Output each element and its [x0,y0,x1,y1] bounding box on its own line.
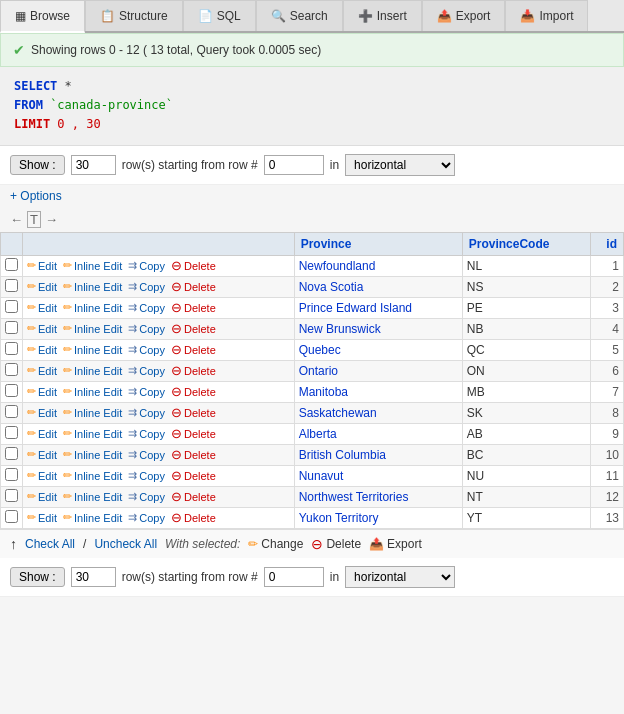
inline-edit-link[interactable]: Inline Edit [74,428,122,440]
row-checkbox[interactable] [5,321,18,334]
inline-edit-link[interactable]: Inline Edit [74,281,122,293]
edit-link[interactable]: Edit [38,470,57,482]
edit-link[interactable]: Edit [38,512,57,524]
check-all-link[interactable]: Check All [25,537,75,551]
inline-edit-link[interactable]: Inline Edit [74,344,122,356]
show-button-top[interactable]: Show : [10,155,65,175]
row-checkbox[interactable] [5,300,18,313]
row-start-input-top[interactable] [264,155,324,175]
row-checkbox[interactable] [5,447,18,460]
options-row[interactable]: + Options [0,185,624,207]
copy-link[interactable]: Copy [139,386,165,398]
row-checkbox[interactable] [5,489,18,502]
row-checkbox[interactable] [5,426,18,439]
copy-link[interactable]: Copy [139,512,165,524]
edit-link[interactable]: Edit [38,491,57,503]
inline-edit-link[interactable]: Inline Edit [74,512,122,524]
action-col: ✏ Edit ✏ Inline Edit ⇉ Copy ⊖ Delete [23,318,295,339]
show-num-input-top[interactable] [71,155,116,175]
copy-link[interactable]: Copy [139,491,165,503]
row-checkbox[interactable] [5,258,18,271]
tab-browse[interactable]: ▦ Browse [0,0,85,33]
delete-link[interactable]: Delete [184,512,216,524]
inline-edit-link[interactable]: Inline Edit [74,470,122,482]
edit-link[interactable]: Edit [38,302,57,314]
copy-link[interactable]: Copy [139,470,165,482]
show-button-bottom[interactable]: Show : [10,567,65,587]
copy-link[interactable]: Copy [139,302,165,314]
delete-link[interactable]: Delete [184,407,216,419]
inline-edit-link[interactable]: Inline Edit [74,491,122,503]
copy-link[interactable]: Copy [139,344,165,356]
edit-link[interactable]: Edit [38,365,57,377]
edit-link[interactable]: Edit [38,344,57,356]
edit-link[interactable]: Edit [38,260,57,272]
edit-link[interactable]: Edit [38,281,57,293]
delete-button[interactable]: ⊖ Delete [311,536,361,552]
inline-edit-link[interactable]: Inline Edit [74,449,122,461]
inline-edit-link[interactable]: Inline Edit [74,302,122,314]
edit-link[interactable]: Edit [38,449,57,461]
orientation-select-bottom[interactable]: horizontal vertical [345,566,455,588]
tab-structure[interactable]: 📋 Structure [85,0,183,31]
th-province[interactable]: Province [294,232,462,255]
copy-link[interactable]: Copy [139,407,165,419]
id-cell: 8 [591,402,624,423]
tab-insert[interactable]: ➕ Insert [343,0,422,31]
export-icon: 📤 [369,537,384,551]
row-checkbox[interactable] [5,510,18,523]
delete-link[interactable]: Delete [184,260,216,272]
tab-import[interactable]: 📥 Import [505,0,588,31]
th-id[interactable]: id [591,232,624,255]
change-button[interactable]: ✏ Change [248,537,303,551]
status-bar: ✔ Showing rows 0 - 12 ( 13 total, Query … [0,33,624,67]
inline-edit-icon: ✏ [63,406,72,419]
delete-link[interactable]: Delete [184,365,216,377]
id-cell: 6 [591,360,624,381]
row-checkbox[interactable] [5,279,18,292]
show-num-input-bottom[interactable] [71,567,116,587]
inline-edit-link[interactable]: Inline Edit [74,260,122,272]
copy-link[interactable]: Copy [139,428,165,440]
copy-link[interactable]: Copy [139,449,165,461]
th-code[interactable]: ProvinceCode [462,232,591,255]
export-button[interactable]: 📤 Export [369,537,422,551]
delete-link[interactable]: Delete [184,323,216,335]
orientation-select-top[interactable]: horizontal vertical [345,154,455,176]
copy-link[interactable]: Copy [139,323,165,335]
row-checkbox[interactable] [5,342,18,355]
copy-link[interactable]: Copy [139,365,165,377]
inline-edit-icon: ✏ [63,301,72,314]
copy-link[interactable]: Copy [139,260,165,272]
delete-link[interactable]: Delete [184,302,216,314]
edit-link[interactable]: Edit [38,386,57,398]
delete-link[interactable]: Delete [184,281,216,293]
inline-edit-link[interactable]: Inline Edit [74,365,122,377]
row-start-input-bottom[interactable] [264,567,324,587]
delete-link[interactable]: Delete [184,470,216,482]
inline-edit-link[interactable]: Inline Edit [74,407,122,419]
copy-arrows-icon: ⇉ [128,427,137,440]
delete-link[interactable]: Delete [184,428,216,440]
row-checkbox[interactable] [5,363,18,376]
uncheck-all-link[interactable]: Uncheck All [94,537,157,551]
edit-link[interactable]: Edit [38,428,57,440]
edit-link[interactable]: Edit [38,407,57,419]
inline-edit-link[interactable]: Inline Edit [74,323,122,335]
delete-link[interactable]: Delete [184,344,216,356]
edit-pencil-icon: ✏ [27,490,36,503]
delete-link[interactable]: Delete [184,386,216,398]
row-checkbox[interactable] [5,468,18,481]
delete-link[interactable]: Delete [184,449,216,461]
select-keyword: SELECT [14,79,57,93]
delete-link[interactable]: Delete [184,491,216,503]
tab-search[interactable]: 🔍 Search [256,0,343,31]
copy-arrows-icon: ⇉ [128,511,137,524]
tab-sql[interactable]: 📄 SQL [183,0,256,31]
copy-link[interactable]: Copy [139,281,165,293]
edit-link[interactable]: Edit [38,323,57,335]
row-checkbox[interactable] [5,405,18,418]
tab-export[interactable]: 📤 Export [422,0,506,31]
row-checkbox[interactable] [5,384,18,397]
inline-edit-link[interactable]: Inline Edit [74,386,122,398]
